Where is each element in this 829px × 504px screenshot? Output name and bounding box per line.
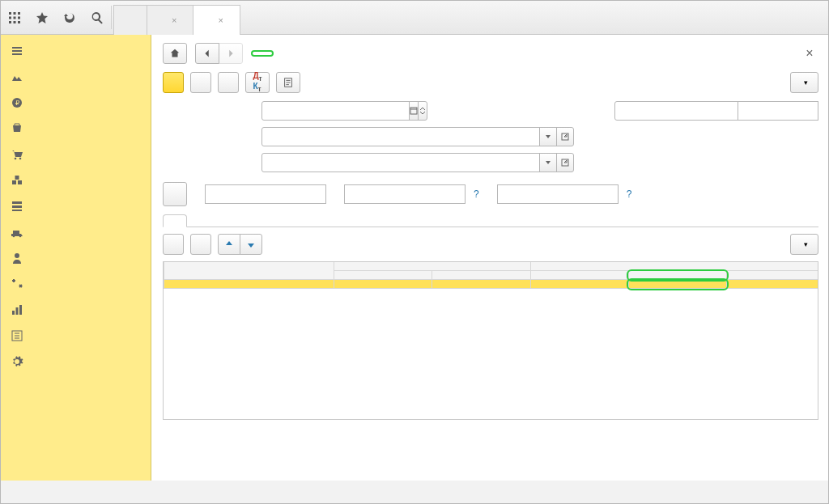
sidebar-item-warehouse[interactable] <box>1 167 151 193</box>
tab-all-accruals[interactable]: × <box>147 5 193 35</box>
svg-rect-0 <box>9 12 11 15</box>
cell-employee <box>164 280 334 289</box>
col-accruals <box>530 262 818 271</box>
subtab-accruals[interactable] <box>187 214 211 227</box>
subtab-contrib[interactable] <box>260 214 284 227</box>
svg-rect-20 <box>12 205 22 208</box>
forward-button[interactable] <box>219 43 243 64</box>
cell-accrued <box>530 280 628 289</box>
chevron-down-icon[interactable] <box>539 153 557 172</box>
post-button[interactable] <box>218 72 239 93</box>
svg-rect-11 <box>12 53 22 55</box>
svg-point-14 <box>15 158 17 160</box>
back-button[interactable] <box>195 43 219 64</box>
col-worked <box>334 262 531 271</box>
home-button[interactable] <box>163 43 187 64</box>
withheld-input[interactable] <box>344 184 466 204</box>
spinner-icon[interactable] <box>418 101 427 121</box>
svg-rect-6 <box>9 21 11 23</box>
table-row[interactable] <box>164 280 819 289</box>
help-icon[interactable]: ? <box>627 188 632 200</box>
sidebar-item-production[interactable] <box>1 193 151 219</box>
contrib-input[interactable] <box>497 184 619 204</box>
sidebar-item-reports[interactable] <box>1 297 151 323</box>
svg-rect-3 <box>9 16 11 19</box>
close-button[interactable]: × <box>801 44 818 62</box>
subtab-corrections[interactable] <box>284 214 308 227</box>
post-and-close-button[interactable] <box>163 72 184 93</box>
apps-grid-icon[interactable] <box>1 1 28 34</box>
svg-rect-27 <box>19 305 22 315</box>
svg-rect-21 <box>12 210 22 211</box>
svg-rect-26 <box>16 307 19 315</box>
cell-hours <box>432 280 530 289</box>
page-scrollbar[interactable] <box>153 485 822 498</box>
open-ref-icon[interactable] <box>556 127 574 146</box>
svg-rect-9 <box>12 47 22 49</box>
employees-grid[interactable] <box>163 261 818 420</box>
close-icon[interactable]: × <box>172 15 176 25</box>
cell-total <box>727 280 818 289</box>
month-input[interactable] <box>261 101 410 121</box>
add-button[interactable] <box>190 234 211 255</box>
svg-rect-8 <box>18 21 20 23</box>
move-down-button[interactable] <box>240 234 262 255</box>
tab-current-doc[interactable]: × <box>193 5 240 35</box>
sidebar-item-bank[interactable]: ₽ <box>1 90 151 116</box>
svg-rect-1 <box>13 12 15 15</box>
tab-home[interactable] <box>113 5 147 35</box>
col-vacation <box>628 271 726 280</box>
accrued-input[interactable] <box>205 184 326 204</box>
write-button[interactable] <box>190 72 211 93</box>
number-input[interactable] <box>738 101 818 121</box>
sidebar-item-operations[interactable] <box>1 271 151 297</box>
sidebar-item-assets[interactable] <box>1 219 151 245</box>
close-icon[interactable]: × <box>218 15 223 25</box>
grid-more-button[interactable] <box>790 234 818 255</box>
dept-input[interactable] <box>261 153 540 172</box>
svg-rect-10 <box>12 50 22 52</box>
svg-rect-2 <box>18 12 20 15</box>
open-ref-icon[interactable] <box>556 153 574 172</box>
svg-point-22 <box>13 235 15 238</box>
org-input[interactable] <box>261 127 540 146</box>
sidebar-item-purchases[interactable] <box>1 142 151 167</box>
svg-point-15 <box>19 158 22 160</box>
svg-rect-5 <box>18 16 20 19</box>
sidebar-item-catalogs[interactable] <box>1 323 151 349</box>
svg-point-24 <box>15 253 19 258</box>
more-button[interactable] <box>790 72 818 93</box>
svg-text:₽: ₽ <box>15 100 19 107</box>
select-button[interactable] <box>163 234 184 255</box>
search-icon[interactable] <box>83 1 111 34</box>
subtab-ndfl[interactable] <box>236 214 260 227</box>
grid-scrollbar[interactable] <box>164 406 818 419</box>
sidebar-item-sales[interactable] <box>1 116 151 142</box>
move-up-button[interactable] <box>218 234 240 255</box>
history-icon[interactable] <box>56 1 83 34</box>
help-icon[interactable]: ? <box>474 188 479 200</box>
star-icon[interactable] <box>28 1 56 34</box>
svg-rect-19 <box>12 201 22 204</box>
svg-rect-17 <box>18 180 22 184</box>
sidebar-item-payroll[interactable] <box>1 245 151 271</box>
cell-days <box>334 280 432 289</box>
dk-button[interactable]: ДтКт <box>245 72 270 93</box>
col-total <box>727 271 818 280</box>
attach-button[interactable] <box>276 72 300 93</box>
cell-vacation <box>628 280 726 289</box>
sidebar-item-admin[interactable] <box>1 349 151 375</box>
fill-button[interactable] <box>163 182 187 206</box>
svg-rect-18 <box>15 176 19 180</box>
sidebar-item-main[interactable] <box>1 38 151 64</box>
svg-rect-7 <box>13 21 15 23</box>
sidebar-item-manager[interactable] <box>1 64 151 90</box>
svg-rect-25 <box>12 311 15 315</box>
col-accrued <box>530 271 628 280</box>
chevron-down-icon[interactable] <box>539 127 557 146</box>
subtab-employees[interactable] <box>163 214 187 227</box>
svg-rect-4 <box>13 16 15 19</box>
svg-rect-30 <box>410 108 417 114</box>
svg-rect-16 <box>12 180 16 184</box>
subtab-withholdings[interactable] <box>211 214 236 227</box>
